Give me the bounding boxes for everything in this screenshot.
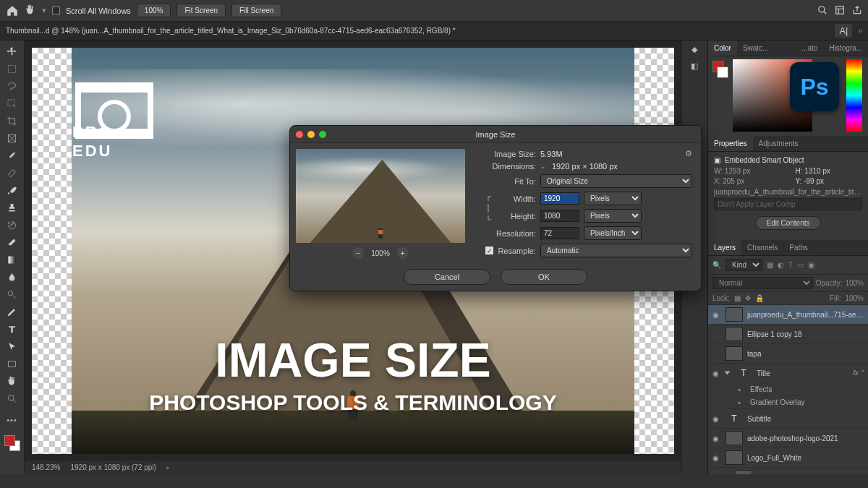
dimensions-unit-toggle[interactable]: ⌄ [540, 163, 546, 170]
preview-image[interactable] [296, 149, 465, 243]
object-select-tool-icon[interactable] [3, 95, 22, 111]
tab-paths[interactable]: Paths [783, 240, 814, 255]
flyout-icon[interactable]: » [858, 27, 862, 35]
dodge-tool-icon[interactable] [3, 286, 22, 302]
opacity-value[interactable]: 100% [845, 279, 864, 287]
ai-typography-button[interactable]: A| [835, 24, 852, 38]
link-dimensions-icon[interactable] [484, 195, 494, 221]
fit-to-select[interactable]: Original Size [540, 174, 692, 188]
workspace-icon[interactable] [835, 5, 845, 17]
layer-row[interactable]: eyedropperfx ˅ [708, 468, 868, 474]
history-brush-tool-icon[interactable] [3, 217, 22, 233]
tab-properties[interactable]: Properties [708, 136, 753, 151]
resample-select[interactable]: Automatic [540, 244, 692, 257]
filter-pixel-icon[interactable]: ▦ [767, 261, 773, 269]
collapsed-panel-icon[interactable]: ◆ [692, 45, 697, 54]
visibility-icon[interactable]: ◉ [712, 454, 721, 462]
zoom-100-button[interactable]: 100% [137, 4, 171, 17]
visibility-icon[interactable]: ◉ [712, 415, 721, 423]
layer-list[interactable]: ◉juanproedu_A_thumbnail...715-aed6-eac63… [708, 305, 868, 474]
zoom-out-button[interactable]: − [352, 247, 364, 259]
ok-button[interactable]: OK [501, 269, 587, 285]
window-zoom-icon[interactable] [319, 131, 326, 138]
cancel-button[interactable]: Cancel [404, 269, 490, 285]
prop-y[interactable]: Y: -99 px [796, 177, 824, 185]
frame-tool-icon[interactable] [3, 130, 22, 146]
edit-contents-button[interactable]: Edit Contents [755, 216, 820, 230]
edit-toolbar-icon[interactable]: ••• [3, 412, 22, 428]
share-icon[interactable] [852, 5, 862, 17]
window-minimize-icon[interactable] [307, 131, 315, 138]
hand-tool-icon[interactable] [25, 4, 36, 17]
color-panel[interactable]: Ps [708, 56, 868, 136]
filter-type-icon[interactable]: T [788, 261, 793, 269]
layer-filter-kind[interactable]: Kind [726, 259, 762, 271]
layer-row[interactable]: ◉adobe-photoshop-logo-2021 [708, 429, 868, 448]
gear-icon[interactable]: ⚙ [685, 149, 692, 158]
tab-adjustments[interactable]: Adjustments [753, 136, 804, 151]
layer-row[interactable]: ◉Logo_Full_White [708, 448, 868, 468]
layer-row[interactable]: ◉TSubtitle [708, 409, 868, 429]
width-unit-select[interactable]: Pixels [584, 192, 642, 205]
tab-channels[interactable]: Channels [741, 240, 783, 255]
prop-x[interactable]: X: 205 px [714, 177, 788, 185]
zoom-tool-icon[interactable] [3, 390, 22, 406]
tab-histogram[interactable]: Histogra... [823, 40, 868, 56]
height-unit-select[interactable]: Pixels [584, 209, 642, 223]
fill-value[interactable]: 100% [845, 294, 864, 302]
width-input[interactable] [540, 192, 579, 205]
lock-position-icon[interactable]: ✥ [745, 294, 751, 302]
prop-width[interactable]: W: 1293 px [714, 167, 788, 175]
layer-row[interactable]: ◉juanproedu_A_thumbnail...715-aed6-eac63… [708, 305, 868, 325]
marquee-tool-icon[interactable] [3, 61, 22, 77]
healing-tool-icon[interactable] [3, 165, 22, 181]
path-select-tool-icon[interactable] [3, 338, 22, 354]
fill-screen-button[interactable]: Fill Screen [231, 4, 281, 17]
brush-tool-icon[interactable] [3, 182, 22, 198]
zoom-in-button[interactable]: + [397, 247, 409, 259]
move-tool-icon[interactable] [3, 43, 22, 59]
height-input[interactable] [540, 210, 579, 222]
lock-pixels-icon[interactable]: ▦ [734, 294, 741, 302]
filter-adjust-icon[interactable]: ◐ [778, 261, 784, 269]
filter-smart-icon[interactable]: ▣ [808, 261, 814, 269]
resample-checkbox[interactable]: ✓ [485, 247, 493, 254]
layer-row[interactable]: ◉TTitlefx ˅ [708, 364, 868, 383]
fit-screen-button[interactable]: Fit Screen [176, 4, 226, 17]
window-close-icon[interactable] [296, 131, 303, 138]
layer-row[interactable]: ∘Gradient Overlay [708, 396, 868, 409]
hue-slider[interactable] [846, 59, 862, 132]
visibility-icon[interactable]: ◉ [712, 369, 721, 377]
document-tab[interactable]: Thumbnail...d @ 148% (juan...A_thumbnail… [6, 27, 456, 35]
visibility-icon[interactable]: ◉ [712, 311, 721, 319]
eyedropper-tool-icon[interactable] [3, 147, 22, 163]
layer-row[interactable]: tapa [708, 344, 868, 364]
layer-row[interactable]: ∘Effects [708, 383, 868, 396]
home-icon[interactable] [6, 4, 19, 17]
prop-height[interactable]: H: 1310 px [796, 167, 830, 175]
search-icon[interactable] [817, 5, 827, 17]
layer-row[interactable]: Ellipse 1 copy 18 [708, 325, 868, 344]
stamp-tool-icon[interactable] [3, 200, 22, 215]
tab-swatches[interactable]: Swatc... [737, 40, 775, 56]
lock-all-icon[interactable]: 🔒 [755, 294, 764, 302]
collapsed-panel-icon[interactable]: ◧ [691, 61, 698, 71]
lasso-tool-icon[interactable] [3, 78, 22, 94]
resolution-unit-select[interactable]: Pixels/Inch [584, 226, 642, 240]
tab-color[interactable]: Color [708, 40, 737, 56]
type-tool-icon[interactable] [3, 321, 22, 337]
scroll-all-checkbox[interactable] [52, 7, 60, 14]
pen-tool-icon[interactable] [3, 304, 22, 320]
tab-layers[interactable]: Layers [708, 240, 741, 255]
rectangle-tool-icon[interactable] [3, 356, 22, 372]
hand-tool-icon[interactable] [3, 373, 22, 389]
filter-shape-icon[interactable]: ▭ [797, 261, 804, 269]
tab-more[interactable]: ...ato [796, 40, 823, 56]
blur-tool-icon[interactable] [3, 269, 22, 285]
crop-tool-icon[interactable] [3, 113, 22, 129]
blend-mode-select[interactable]: Normal [712, 277, 813, 289]
status-zoom[interactable]: 148.23% [32, 463, 60, 471]
visibility-icon[interactable]: ◉ [712, 435, 721, 442]
resolution-input[interactable] [540, 227, 579, 239]
eraser-tool-icon[interactable] [3, 234, 22, 250]
